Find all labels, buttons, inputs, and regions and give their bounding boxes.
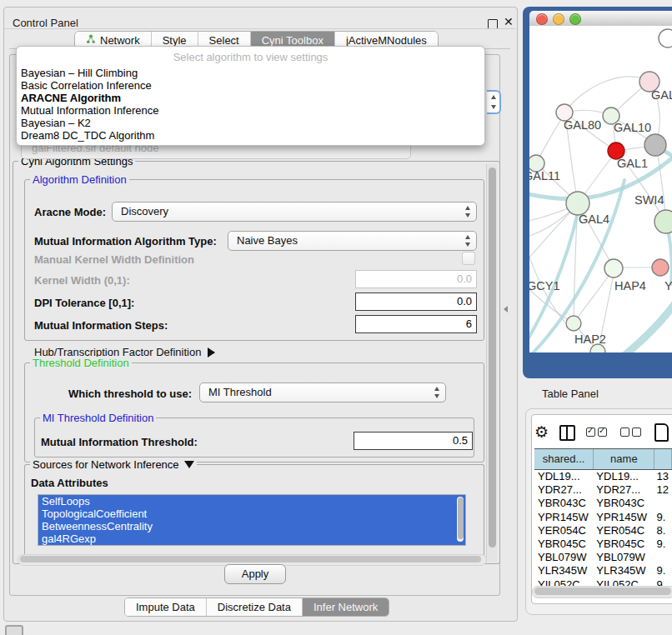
table-cell: YLR345W: [593, 564, 653, 578]
graph-edge: [574, 269, 614, 322]
table-row[interactable]: YER054CYER054C8.: [534, 524, 672, 538]
graph-node-label: GAL80: [564, 118, 601, 132]
aracne-mode-combo[interactable]: Discovery: [112, 202, 477, 222]
mi-steps-label: Mutual Information Steps:: [34, 319, 168, 332]
dpi-tolerance-field[interactable]: 0.0: [355, 292, 477, 311]
stepper-up-icon: [465, 206, 470, 210]
network-view-canvas[interactable]: GALGAL80GAL10GAL1GAL11GAL4SWI4GCY1HAP4YH…: [529, 26, 672, 352]
mi-algorithm-type-value: Naive Bayes: [237, 234, 298, 247]
graph-node-label: GAL1: [617, 157, 648, 170]
table-row[interactable]: YBL079WYBL079W: [534, 551, 672, 564]
algorithm-option[interactable]: Bayesian – K2: [17, 117, 484, 129]
stepper-down-icon: [434, 394, 439, 398]
mi-algorithm-type-label: Mutual Information Algorithm Type:: [34, 235, 217, 248]
tab-label: Cyni Toolbox: [262, 34, 323, 47]
table-horizontal-scrollbar[interactable]: [532, 586, 672, 598]
algorithm-option[interactable]: Basic Correlation Inference: [17, 79, 484, 92]
table-cell: YDL19...: [593, 470, 653, 483]
graph-node-HAP2[interactable]: [566, 316, 581, 331]
table-row[interactable]: YLR345WYLR345W9.: [534, 564, 672, 578]
network-graph: GALGAL80GAL10GAL1GAL11GAL4SWI4GCY1HAP4YH…: [529, 26, 672, 352]
apply-button[interactable]: Apply: [224, 564, 286, 584]
kernel-width-field[interactable]: 0.0: [355, 270, 477, 288]
table-cell: YDR27...: [593, 483, 653, 497]
column-header[interactable]: name: [594, 449, 654, 469]
mi-steps-field[interactable]: 6: [355, 315, 477, 333]
table-cell: 9.: [654, 564, 672, 578]
mi-threshold-field[interactable]: 0.5: [354, 432, 473, 450]
table-panel-title: Table Panel: [542, 388, 599, 400]
table-row[interactable]: YBR045CYBR045C9.: [534, 538, 672, 551]
graph-node-GAL4[interactable]: [566, 192, 589, 215]
table-cell: YBR045C: [534, 538, 593, 551]
aracne-mode-value: Discovery: [121, 205, 168, 218]
table-row[interactable]: YBR043CYBR043C: [534, 497, 672, 510]
scrollbar-thumb[interactable]: [458, 498, 464, 539]
settings-vertical-scrollbar[interactable]: [486, 164, 497, 562]
sources-title: Sources for Network Inference: [33, 458, 179, 471]
which-threshold-value: MI Threshold: [208, 386, 272, 398]
table-row[interactable]: YDL19...YDL19...13: [534, 470, 672, 483]
table-cell: YBR043C: [593, 497, 653, 510]
network-window-titlebar[interactable]: [529, 11, 672, 27]
tab-infer-network[interactable]: Infer Network: [302, 598, 389, 616]
table-cell: [654, 497, 672, 510]
tab-impute-data[interactable]: Impute Data: [125, 598, 206, 616]
graph-node-HAP4[interactable]: [604, 259, 623, 278]
algorithm-option[interactable]: Dream8 DC_TDC Algorithm: [17, 129, 484, 142]
attribute-list-item[interactable]: BetweennessCentrality: [38, 520, 465, 532]
table-cell: YBL079W: [593, 551, 653, 564]
graph-node-label: HAP4: [614, 279, 646, 292]
table-cell: YBR043C: [534, 497, 593, 510]
which-threshold-label: Which threshold to use:: [68, 388, 192, 400]
bottom-tab-bar: Impute DataDiscretize DataInfer Network: [124, 598, 389, 617]
column-header[interactable]: shared...: [534, 449, 594, 469]
minimize-traffic-light[interactable]: [553, 13, 564, 25]
column-header[interactable]: [654, 449, 672, 469]
attribute-list-item[interactable]: SelfLoops: [38, 495, 465, 508]
algorithm-option[interactable]: Bayesian – Hill Climbing: [17, 67, 484, 79]
application-root: Control Panel ✕ NetworkStyleSelectCyni T…: [0, 0, 672, 635]
which-threshold-combo[interactable]: MI Threshold: [199, 382, 446, 402]
gear-icon[interactable]: ⚙: [534, 424, 549, 441]
select-all-icon[interactable]: [586, 425, 609, 440]
close-icon[interactable]: ✕: [504, 15, 514, 28]
sources-title-row[interactable]: Sources for Network Inference: [30, 458, 197, 471]
algorithm-combo-fragment[interactable]: [487, 90, 501, 114]
table-cell: 8.: [654, 524, 672, 538]
attribute-list-item[interactable]: gal4RGexp: [38, 532, 465, 545]
table-row[interactable]: YDR27...YDR27...12: [534, 483, 672, 497]
clear-selection-icon[interactable]: [620, 425, 644, 440]
table-cell: YBL079W: [534, 551, 593, 564]
algorithm-option[interactable]: Mutual Information Inference: [17, 104, 484, 117]
graph-node-node-gray[interactable]: [644, 134, 666, 156]
algorithm-option[interactable]: ARACNE Algorithm: [17, 92, 484, 104]
table-row[interactable]: YPR145WYPR145W9.: [534, 511, 672, 524]
collapsed-panel-stub[interactable]: [5, 625, 23, 635]
zoom-traffic-light[interactable]: [569, 13, 581, 25]
table-cell: YBR045C: [593, 538, 653, 551]
close-traffic-light[interactable]: [536, 13, 548, 25]
graph-node-node-salmon[interactable]: [652, 259, 669, 276]
split-column-icon[interactable]: [559, 425, 575, 441]
data-attributes-list[interactable]: SelfLoopsTopologicalCoefficientBetweenne…: [38, 494, 466, 546]
table-cell: [654, 551, 672, 564]
list-vertical-scrollbar[interactable]: [457, 497, 464, 542]
tab-discretize-data[interactable]: Discretize Data: [206, 598, 302, 616]
table-cell: YLR345W: [534, 564, 593, 578]
attribute-list-item[interactable]: TopologicalCoefficient: [38, 508, 465, 520]
unchecked-box-icon: [620, 428, 629, 437]
scrollbar-thumb[interactable]: [489, 168, 496, 548]
manual-kernel-checkbox[interactable]: [462, 252, 475, 265]
tab-label: jActiveMNodules: [346, 34, 427, 47]
expanded-arrow-icon: [184, 461, 194, 468]
splitter-collapse-icon[interactable]: [504, 306, 508, 312]
graph-node-label: GAL: [651, 88, 672, 102]
page-icon[interactable]: [654, 423, 669, 442]
scrollbar-thumb[interactable]: [20, 556, 481, 562]
algorithm-dropdown-prompt: Select algorithm to view settings: [17, 51, 484, 63]
scrollbar-thumb[interactable]: [534, 588, 671, 595]
graph-node-SWI4[interactable]: [654, 210, 672, 233]
mi-algorithm-type-combo[interactable]: Naive Bayes: [228, 231, 477, 251]
graph-node-node-top-right[interactable]: [659, 29, 672, 48]
